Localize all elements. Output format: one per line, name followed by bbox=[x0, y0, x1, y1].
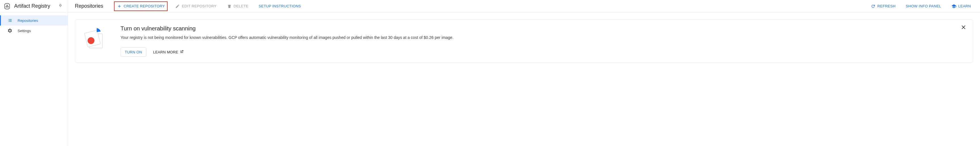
refresh-icon bbox=[870, 4, 876, 9]
sidebar: Artifact Registry Repositories Settings bbox=[0, 0, 68, 146]
trash-icon bbox=[227, 4, 232, 9]
banner-description: Your registry is not being monitored for… bbox=[121, 35, 966, 41]
sidebar-item-settings[interactable]: Settings bbox=[0, 26, 68, 36]
svg-point-5 bbox=[88, 37, 94, 44]
button-label: SHOW INFO PANEL bbox=[906, 4, 941, 8]
learn-more-button[interactable]: LEARN MORE bbox=[151, 47, 186, 57]
main-content: Repositories CREATE REPOSITORY EDIT REPO… bbox=[68, 0, 980, 146]
vulnerability-illustration-icon bbox=[84, 26, 107, 51]
turn-on-button[interactable]: TURN ON bbox=[121, 47, 146, 57]
page-title: Repositories bbox=[75, 3, 103, 9]
pencil-icon bbox=[175, 4, 180, 9]
list-icon bbox=[7, 18, 13, 23]
button-label: CREATE REPOSITORY bbox=[124, 4, 165, 8]
show-info-panel-button[interactable]: SHOW INFO PANEL bbox=[904, 2, 943, 10]
svg-point-0 bbox=[6, 5, 8, 6]
product-header: Artifact Registry bbox=[0, 0, 68, 13]
action-bar: Repositories CREATE REPOSITORY EDIT REPO… bbox=[68, 0, 980, 13]
refresh-button[interactable]: REFRESH bbox=[868, 2, 898, 11]
pin-button[interactable] bbox=[56, 2, 64, 10]
setup-instructions-button[interactable]: SETUP INSTRUCTIONS bbox=[256, 2, 304, 10]
button-label: TURN ON bbox=[125, 50, 142, 54]
banner-body: Turn on vulnerability scanning Your regi… bbox=[121, 25, 966, 57]
content-area: Turn on vulnerability scanning Your regi… bbox=[68, 13, 980, 70]
vulnerability-scanning-banner: Turn on vulnerability scanning Your regi… bbox=[75, 19, 973, 63]
button-label: DELETE bbox=[234, 4, 248, 8]
banner-title: Turn on vulnerability scanning bbox=[121, 25, 966, 32]
delete-button[interactable]: DELETE bbox=[224, 2, 251, 11]
artifact-registry-logo-icon bbox=[3, 3, 11, 10]
sidebar-item-repositories[interactable]: Repositories bbox=[0, 15, 68, 26]
banner-actions: TURN ON LEARN MORE bbox=[121, 47, 966, 57]
sidebar-item-label: Settings bbox=[18, 29, 31, 33]
learn-button[interactable]: LEARN bbox=[949, 2, 973, 11]
sidebar-nav: Repositories Settings bbox=[0, 13, 68, 36]
svg-point-2 bbox=[7, 6, 8, 7]
button-label: EDIT REPOSITORY bbox=[182, 4, 216, 8]
pin-icon bbox=[58, 3, 63, 9]
graduation-cap-icon bbox=[951, 4, 956, 9]
sidebar-item-label: Repositories bbox=[18, 18, 38, 23]
edit-repository-button[interactable]: EDIT REPOSITORY bbox=[173, 2, 219, 11]
plus-icon bbox=[117, 4, 122, 9]
button-label: REFRESH bbox=[877, 4, 896, 8]
button-label: SETUP INSTRUCTIONS bbox=[259, 4, 301, 8]
close-icon bbox=[961, 24, 967, 31]
svg-point-1 bbox=[6, 6, 7, 7]
create-repository-button[interactable]: CREATE REPOSITORY bbox=[115, 2, 167, 11]
external-link-icon bbox=[180, 50, 184, 55]
button-label: LEARN bbox=[958, 4, 971, 8]
gear-icon bbox=[7, 28, 13, 33]
close-banner-button[interactable] bbox=[960, 24, 968, 32]
button-label: LEARN MORE bbox=[153, 50, 178, 54]
product-title: Artifact Registry bbox=[14, 3, 53, 9]
